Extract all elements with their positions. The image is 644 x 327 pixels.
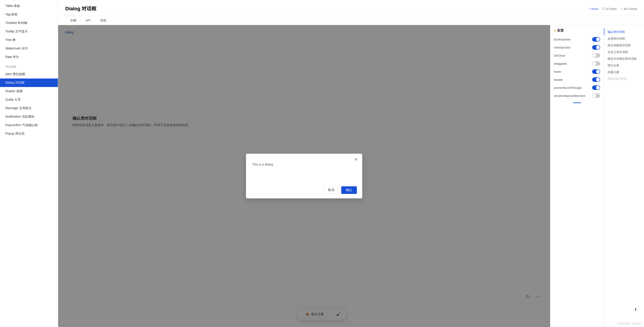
sidebar: Table 表格 Tag 标签 Timeline 时间轴 Tooltip 文字提… <box>0 0 58 327</box>
toggle-draggable[interactable] <box>592 61 600 66</box>
toggle-show[interactable] <box>592 94 600 98</box>
toggle-prevent[interactable] <box>592 86 600 90</box>
config-row-overlay: OverlayClick <box>550 44 604 52</box>
sidebar-item-tag[interactable]: Tag 标签 <box>0 10 58 19</box>
sidebar-item-tree[interactable]: Tree 树 <box>0 36 58 44</box>
sidebar-item-drawer[interactable]: Drawer 抽屉 <box>0 87 58 96</box>
dialog-overlay: ✕ This is a dialog 取消 确认 <box>58 25 550 327</box>
config-dot-icon: ● <box>554 29 556 33</box>
config-label-overlay: OverlayClick <box>554 46 570 49</box>
sidebar-item-popconfirm[interactable]: Popconfirm 气泡确认框 <box>0 121 58 130</box>
config-panel: ● 配置 EscKeydown OverlayClick OnClose dra… <box>550 25 604 327</box>
arrow-up-icon: ⬆ <box>634 307 637 312</box>
right-nav: 确认类对话框 反馈类对话框 异步加载类对话框 自定义类对话框 模态与非模态类对话… <box>604 25 644 327</box>
config-label-draggable: draggable <box>554 62 567 65</box>
config-label-header: header <box>554 78 563 82</box>
open-issues: ⏱ 32 Open <box>602 7 617 10</box>
sidebar-item-alert[interactable]: Alert 警告提醒 <box>0 70 58 78</box>
tab-guide[interactable]: 指南 <box>96 16 111 25</box>
sidebar-item-popup[interactable]: Popup 弹出层 <box>0 130 58 138</box>
add-issue-button[interactable]: + Issue <box>589 7 598 10</box>
tabs-bar: 示例 API 指南 <box>58 16 644 25</box>
sidebar-section-label: 消息提醒 <box>0 61 58 70</box>
config-label-onclose: OnClose <box>554 54 565 57</box>
right-nav-item-5[interactable]: 弹出位置 <box>604 62 644 69</box>
config-row-draggable: draggable <box>550 60 604 68</box>
config-row-prevent: preventScrollThrough <box>550 84 604 92</box>
page-title: Dialog 对话框 <box>65 5 96 16</box>
config-row-header: header <box>550 76 604 84</box>
toggle-header[interactable] <box>592 78 600 82</box>
sidebar-item-dialog[interactable]: Dialog 对话框 <box>0 78 58 87</box>
dialog-body: This is a dialog <box>246 154 362 183</box>
sidebar-item-timeline[interactable]: Timeline 时间轴 <box>0 19 58 27</box>
config-panel-title: ● 配置 <box>550 29 604 35</box>
watermark: CSDN @向—水向岸C <box>617 322 641 325</box>
check-icon: ✓ <box>620 7 623 10</box>
config-label-footer: footer <box>554 70 561 73</box>
clock-icon: ⏱ <box>602 7 605 10</box>
dialog-cancel-button[interactable]: 取消 <box>323 186 339 194</box>
dialog-body-text: This is a dialog <box>252 162 273 166</box>
config-label-prevent: preventScrollThrough <box>554 86 582 90</box>
right-nav-item-3[interactable]: 自定义类对话框 <box>604 49 644 56</box>
dialog-box: ✕ This is a dialog 取消 确认 <box>246 154 362 198</box>
config-row-footer: footer <box>550 68 604 76</box>
config-row-onclose: OnClose <box>550 52 604 60</box>
sidebar-item-table[interactable]: Table 表格 <box>0 2 58 10</box>
config-label-show: showInAttachedElement <box>554 94 585 98</box>
right-nav-item-7[interactable]: 拖拽动效示范图 <box>604 76 644 82</box>
right-nav-item-0[interactable]: 确认类对话框 <box>604 29 644 35</box>
page-header: Dialog 对话框 + Issue ⏱ 32 Open ✓ 94 Closed <box>58 0 644 16</box>
closed-issues: ✓ 94 Closed <box>620 7 637 10</box>
config-row-show: showInAttachedElement <box>550 92 604 100</box>
close-icon: ✕ <box>354 157 358 162</box>
config-label-esc: EscKeydown <box>554 38 571 41</box>
sidebar-item-notification[interactable]: Notification 消息通知 <box>0 112 58 121</box>
main-area: Dialog 对话框 + Issue ⏱ 32 Open ✓ 94 Closed… <box>58 0 644 327</box>
content-area: dialog ✕ This is a dialog 取消 确认 <box>58 25 644 327</box>
sidebar-item-guide[interactable]: Guide 引导 <box>0 96 58 104</box>
config-row-esc: EscKeydown <box>550 35 604 44</box>
dialog-confirm-button[interactable]: 确认 <box>341 186 357 194</box>
toggle-overlay[interactable] <box>592 45 600 50</box>
toggle-footer[interactable] <box>592 69 600 74</box>
toggle-onclose[interactable] <box>592 53 600 58</box>
scroll-to-top-button[interactable]: ⬆ <box>632 306 640 314</box>
sidebar-item-tooltip[interactable]: Tooltip 文字提示 <box>0 27 58 36</box>
sidebar-item-watermark[interactable]: Watermark 水印 <box>0 44 58 53</box>
right-nav-item-1[interactable]: 反馈类对话框 <box>604 35 644 42</box>
right-nav-item-6[interactable]: 挂载元素 <box>604 69 644 76</box>
right-nav-item-2[interactable]: 异步加载类对话框 <box>604 42 644 49</box>
dialog-footer: 取消 确认 <box>246 183 362 198</box>
sidebar-item-rate[interactable]: Rate 评分 <box>0 53 58 61</box>
demo-area: dialog ✕ This is a dialog 取消 确认 <box>58 25 550 327</box>
right-nav-item-4[interactable]: 模态与非模态类对话框 <box>604 56 644 62</box>
tab-api[interactable]: API <box>81 16 96 25</box>
sidebar-item-message[interactable]: Message 全局提示 <box>0 104 58 112</box>
toggle-esc[interactable] <box>592 37 600 42</box>
dialog-close-button[interactable]: ✕ <box>353 157 359 162</box>
issue-bar: + Issue ⏱ 32 Open ✓ 94 Closed <box>589 7 637 14</box>
tab-demo[interactable]: 示例 <box>65 16 81 25</box>
